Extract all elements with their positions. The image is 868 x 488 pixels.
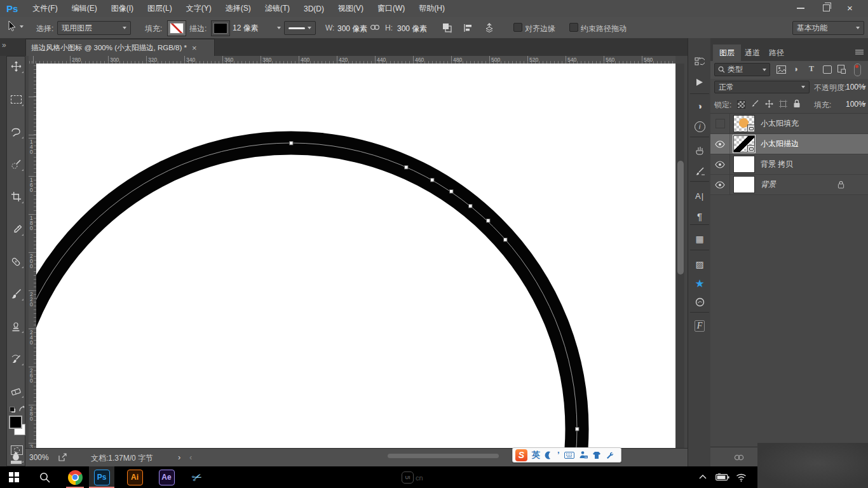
vertical-scrollbar-thumb[interactable] bbox=[677, 161, 684, 274]
lock-all-icon[interactable] bbox=[793, 99, 801, 108]
current-tool-button[interactable] bbox=[6, 20, 24, 33]
tool-clone-stamp[interactable] bbox=[7, 318, 25, 334]
layer-thumbnail[interactable] bbox=[733, 135, 755, 152]
lock-transparent-icon[interactable] bbox=[737, 100, 745, 109]
info-panel-button[interactable]: i bbox=[688, 117, 711, 136]
layer-name[interactable]: 背景 拷贝 bbox=[761, 159, 793, 170]
restore-icon[interactable] bbox=[823, 4, 830, 11]
layer-name[interactable]: 小太阳填充 bbox=[761, 118, 799, 129]
ime-keyboard-icon[interactable] bbox=[564, 452, 574, 459]
canvas[interactable] bbox=[36, 64, 675, 448]
menu-layer[interactable]: 图层(L) bbox=[140, 0, 179, 17]
tool-crop[interactable] bbox=[7, 189, 25, 205]
brushes-panel-button[interactable] bbox=[688, 142, 711, 161]
tray-expand-icon[interactable] bbox=[699, 475, 707, 479]
menu-edit[interactable]: 编辑(E) bbox=[65, 0, 104, 17]
tab-paths[interactable]: 路径 bbox=[763, 44, 790, 61]
menu-file[interactable]: 文件(F) bbox=[25, 0, 64, 17]
share-icon[interactable] bbox=[58, 453, 67, 461]
layer-row-background[interactable]: 背景 bbox=[710, 175, 868, 195]
menu-type[interactable]: 文字(Y) bbox=[179, 0, 219, 17]
filter-pixel-layers-icon[interactable] bbox=[776, 65, 786, 74]
stock-panel-button[interactable] bbox=[688, 292, 711, 311]
tool-eraser[interactable] bbox=[7, 383, 25, 399]
wifi-icon[interactable] bbox=[736, 473, 747, 482]
visibility-toggle[interactable] bbox=[710, 134, 730, 154]
start-button[interactable] bbox=[3, 466, 25, 488]
glyphs-panel-button[interactable]: ▦ bbox=[688, 229, 711, 248]
layer-thumbnail[interactable] bbox=[733, 156, 755, 173]
tool-eyedropper[interactable] bbox=[7, 221, 25, 237]
layer-thumbnail[interactable] bbox=[733, 115, 755, 132]
path-alignment-icon[interactable] bbox=[463, 22, 474, 34]
character-panel-button[interactable]: A| bbox=[688, 186, 711, 205]
adjustments-panel-button[interactable]: ◑ bbox=[688, 97, 711, 116]
menu-image[interactable]: 图像(I) bbox=[104, 0, 140, 17]
status-menu-arrow[interactable]: › bbox=[178, 452, 180, 462]
quick-mask-button[interactable] bbox=[11, 445, 23, 455]
tool-lasso[interactable] bbox=[7, 124, 25, 140]
illustrator-app-button[interactable]: Ai bbox=[122, 466, 147, 488]
filter-smart-objects-icon[interactable] bbox=[837, 65, 846, 74]
layer-name[interactable]: 背景 bbox=[761, 179, 776, 190]
tool-quick-select[interactable] bbox=[7, 156, 25, 172]
brush-settings-panel-button[interactable] bbox=[688, 162, 711, 181]
opacity-caret-icon[interactable] bbox=[862, 86, 866, 88]
zoom-level[interactable]: 300% bbox=[29, 453, 49, 462]
path-operations-icon[interactable] bbox=[442, 22, 453, 34]
stroke-swatch[interactable] bbox=[211, 20, 230, 36]
layer-thumbnail[interactable] bbox=[733, 176, 755, 193]
battery-icon[interactable] bbox=[715, 473, 729, 481]
visibility-toggle[interactable] bbox=[710, 114, 730, 133]
layer-row-background-copy[interactable]: 背景 拷贝 bbox=[710, 154, 868, 175]
constrain-path-checkbox[interactable] bbox=[569, 23, 578, 32]
lock-move-icon[interactable] bbox=[765, 100, 773, 108]
minimize-button[interactable] bbox=[797, 8, 804, 9]
paragraph-panel-button[interactable]: ¶ bbox=[688, 207, 711, 226]
filter-type-dropdown[interactable]: 类型 bbox=[714, 63, 770, 76]
ime-skin-icon[interactable] bbox=[592, 451, 601, 459]
stroke-width-field[interactable]: 12 像素 bbox=[233, 21, 281, 35]
hscroll-left-arrow[interactable]: ‹ bbox=[189, 452, 192, 462]
filter-adjustment-layers-icon[interactable]: ◑ bbox=[793, 64, 798, 74]
tool-marquee[interactable] bbox=[7, 92, 25, 107]
libraries-panel-button[interactable]: ★ bbox=[688, 274, 711, 293]
tool-move[interactable] bbox=[7, 58, 25, 74]
stroke-style-dropdown[interactable] bbox=[284, 21, 316, 35]
filter-type-layers-icon[interactable]: T bbox=[809, 64, 814, 74]
document-tab[interactable]: 描边风格小图标 @ 300% (小太阳描边, RGB/8) * × bbox=[25, 39, 215, 56]
screenshot-tool-button[interactable]: ✂ bbox=[184, 466, 210, 488]
tool-brush[interactable] bbox=[7, 286, 25, 302]
layer-name[interactable]: 小太阳描边 bbox=[761, 139, 799, 149]
ime-person-icon[interactable]: 24 bbox=[579, 451, 588, 459]
toolbar-collapse-arrows[interactable]: » bbox=[2, 41, 6, 50]
link-dimensions-icon[interactable] bbox=[370, 24, 380, 31]
ime-fullhalf-moon-icon[interactable] bbox=[545, 451, 553, 459]
default-colors-icon[interactable] bbox=[10, 407, 16, 413]
fill-caret-icon[interactable] bbox=[862, 103, 866, 105]
horizontal-scrollbar-thumb[interactable] bbox=[388, 454, 499, 458]
history-panel-button[interactable] bbox=[688, 52, 711, 71]
ime-punctuation-icon[interactable]: ’ bbox=[557, 452, 560, 458]
menu-select[interactable]: 选择(S) bbox=[219, 0, 258, 17]
height-value[interactable]: 300 像素 bbox=[397, 24, 427, 34]
menu-filter[interactable]: 滤镜(T) bbox=[258, 0, 297, 17]
menu-help[interactable]: 帮助(H) bbox=[412, 0, 452, 17]
styles-panel-button[interactable]: ▨ bbox=[688, 255, 711, 274]
path-arrangement-icon[interactable] bbox=[484, 22, 496, 34]
menu-view[interactable]: 视图(V) bbox=[331, 0, 370, 17]
tool-history-brush[interactable] bbox=[7, 351, 25, 367]
actions-panel-button[interactable] bbox=[688, 72, 711, 92]
character-styles-panel-button[interactable]: F bbox=[688, 316, 711, 336]
ime-settings-wrench-icon[interactable] bbox=[606, 451, 614, 459]
link-layers-icon[interactable] bbox=[733, 454, 745, 461]
search-button[interactable] bbox=[33, 466, 56, 488]
filter-switch-toggle[interactable] bbox=[854, 64, 861, 76]
visibility-toggle[interactable] bbox=[710, 154, 730, 174]
chrome-app-button[interactable] bbox=[64, 466, 86, 488]
lock-artboard-icon[interactable] bbox=[779, 100, 787, 108]
close-icon[interactable]: × bbox=[847, 3, 853, 13]
ime-toolbar[interactable]: S 英 ’ 24 bbox=[512, 447, 621, 463]
panel-menu-icon[interactable] bbox=[855, 50, 864, 56]
filter-shape-layers-icon[interactable] bbox=[823, 65, 832, 74]
